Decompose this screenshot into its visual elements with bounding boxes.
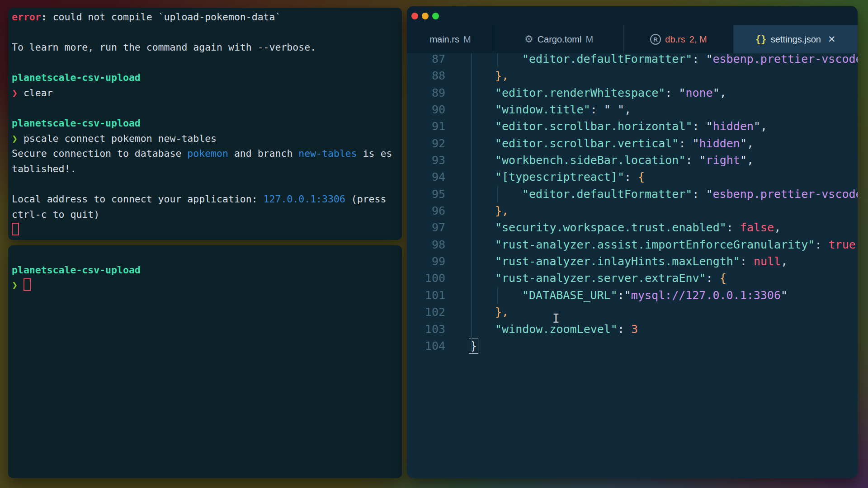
terminal-window-top[interactable]: error: could not compile `upload-pokemon… xyxy=(8,8,402,240)
line-number: 94 xyxy=(407,169,448,185)
code-text: "editor.scrollbar.vertical": "hidden", xyxy=(495,135,754,152)
editor-code-area[interactable]: 87"editor.defaultFormatter": "esbenp.pre… xyxy=(407,53,858,478)
editor-tab-bar: main.rsM⚙Cargo.tomlMRdb.rs2, M{}settings… xyxy=(407,25,858,53)
indent-guide xyxy=(497,186,498,202)
terminal-window-bottom[interactable]: planetscale-csv-upload❯ xyxy=(8,245,402,478)
tab-Cargo.toml[interactable]: ⚙Cargo.tomlM xyxy=(494,25,624,53)
line-number: 93 xyxy=(407,152,448,169)
terminal-line xyxy=(12,222,398,237)
line-number: 99 xyxy=(407,253,448,270)
code-text: }, xyxy=(495,304,509,320)
terminal-line xyxy=(12,25,398,40)
code-text: "workbench.sideBar.location": "right", xyxy=(495,152,754,169)
code-line[interactable]: 88}, xyxy=(407,67,858,84)
code-text: "editor.renderWhitespace": "none", xyxy=(495,84,726,101)
rust-file-icon: R xyxy=(650,34,661,45)
desktop: error: could not compile `upload-pokemon… xyxy=(0,0,868,488)
terminal-line: ❯ xyxy=(12,277,398,293)
code-line[interactable]: 93"workbench.sideBar.location": "right", xyxy=(407,152,858,169)
code-text: "editor.defaultFormatter": "esbenp.prett… xyxy=(522,53,858,67)
terminal-line: planetscale-csv-upload xyxy=(12,263,398,278)
code-text: "[typescriptreact]": { xyxy=(495,169,645,185)
zoom-window-button[interactable] xyxy=(432,13,439,19)
code-line[interactable]: 92"editor.scrollbar.vertical": "hidden", xyxy=(407,135,858,152)
gear-icon: ⚙ xyxy=(524,34,533,44)
line-number: 89 xyxy=(407,84,448,101)
code-line[interactable]: 98"rust-analyzer.assist.importEnforceGra… xyxy=(407,236,858,253)
mouse-cursor-ibeam: I xyxy=(552,313,560,324)
line-number: 103 xyxy=(407,321,448,338)
tab-label: Cargo.toml xyxy=(538,34,582,45)
terminal-line xyxy=(12,247,398,263)
terminal-output-bottom: planetscale-csv-upload❯ xyxy=(8,245,402,295)
tab-label: main.rs xyxy=(429,34,459,45)
code-line[interactable]: 94"[typescriptreact]": { xyxy=(407,169,858,185)
terminal-line: ❯ clear xyxy=(12,85,398,101)
code-text: "rust-analyzer.server.extraEnv": { xyxy=(495,270,726,286)
code-line[interactable]: 103"window.zoomLevel": 3 xyxy=(407,321,858,338)
indent-guide xyxy=(497,53,498,67)
tab-settings.json[interactable]: {}settings.json✕ xyxy=(734,25,858,53)
line-number: 101 xyxy=(407,287,448,304)
line-number: 88 xyxy=(407,67,448,84)
code-text: "security.workspace.trust.enabled": fals… xyxy=(495,219,781,236)
tab-label: settings.json xyxy=(771,34,821,45)
terminal-line: error: could not compile `upload-pokemon… xyxy=(12,9,398,25)
window-controls xyxy=(411,13,439,19)
tab-main.rs[interactable]: main.rsM xyxy=(407,25,494,53)
code-text: "editor.scrollbar.horizontal": "hidden", xyxy=(495,118,767,135)
code-line[interactable]: 101"DATABASE_URL":"mysql://127.0.0.1:330… xyxy=(407,287,858,304)
line-number: 87 xyxy=(407,53,448,67)
tab-modified-badge: M xyxy=(463,34,471,45)
terminal-line xyxy=(12,101,398,116)
close-window-button[interactable] xyxy=(411,13,418,19)
terminal-output-top: error: could not compile `upload-pokemon… xyxy=(8,8,402,239)
code-text: "window.zoomLevel": 3 xyxy=(495,321,638,338)
terminal-line: Local address to connect your applicatio… xyxy=(12,192,398,207)
terminal-line xyxy=(12,177,398,192)
code-line[interactable]: 102}, xyxy=(407,304,858,320)
tab-modified-badge: 2, M xyxy=(689,34,707,45)
terminal-cursor xyxy=(12,223,19,235)
terminal-line: Secure connection to database pokemon an… xyxy=(12,146,398,161)
code-text: "editor.defaultFormatter": "esbenp.prett… xyxy=(522,186,858,202)
code-line[interactable]: 104} xyxy=(407,338,858,354)
line-number: 90 xyxy=(407,101,448,118)
close-tab-icon[interactable]: ✕ xyxy=(828,34,836,45)
tab-label: db.rs xyxy=(665,34,685,45)
line-number: 104 xyxy=(407,338,448,354)
line-number: 97 xyxy=(407,219,448,236)
vscode-window: main.rsM⚙Cargo.tomlMRdb.rs2, M{}settings… xyxy=(407,6,858,478)
code-line[interactable]: 89"editor.renderWhitespace": "none", xyxy=(407,84,858,101)
minimize-window-button[interactable] xyxy=(422,13,429,19)
code-text: }, xyxy=(495,67,509,84)
code-line[interactable]: 99"rust-analyzer.inlayHints.maxLength": … xyxy=(407,253,858,270)
code-line[interactable]: 87"editor.defaultFormatter": "esbenp.pre… xyxy=(407,53,858,67)
terminal-cursor xyxy=(24,278,31,291)
code-line[interactable]: 97"security.workspace.trust.enabled": fa… xyxy=(407,219,858,236)
terminal-line: planetscale-csv-upload xyxy=(12,70,398,85)
code-text: "DATABASE_URL":"mysql://127.0.0.1:3306" xyxy=(522,287,788,304)
tab-modified-badge: M xyxy=(585,34,593,45)
tab-db.rs[interactable]: Rdb.rs2, M xyxy=(624,25,734,53)
code-line[interactable]: 91"editor.scrollbar.horizontal": "hidden… xyxy=(407,118,858,135)
code-line[interactable]: 90"window.title": " ", xyxy=(407,101,858,118)
terminal-line: ❯ pscale connect pokemon new-tables xyxy=(12,131,398,146)
code-line[interactable]: 95"editor.defaultFormatter": "esbenp.pre… xyxy=(407,186,858,202)
code-line[interactable]: 96}, xyxy=(407,202,858,219)
terminal-line xyxy=(12,55,398,70)
code-text: "window.title": " ", xyxy=(495,101,631,118)
line-number: 102 xyxy=(407,304,448,320)
code-line[interactable]: 100"rust-analyzer.server.extraEnv": { xyxy=(407,270,858,286)
indent-guide xyxy=(471,53,472,352)
terminal-line: To learn more, run the command again wit… xyxy=(12,40,398,55)
line-number: 100 xyxy=(407,270,448,286)
terminal-line: tablished!. xyxy=(12,161,398,177)
indent-guide xyxy=(497,287,498,304)
line-number: 92 xyxy=(407,135,448,152)
line-number: 98 xyxy=(407,236,448,253)
line-number: 96 xyxy=(407,202,448,219)
vscode-titlebar[interactable] xyxy=(407,6,858,25)
terminal-line: ctrl-c to quit) xyxy=(12,207,398,222)
code-text: "rust-analyzer.assist.importEnforceGranu… xyxy=(495,236,858,253)
